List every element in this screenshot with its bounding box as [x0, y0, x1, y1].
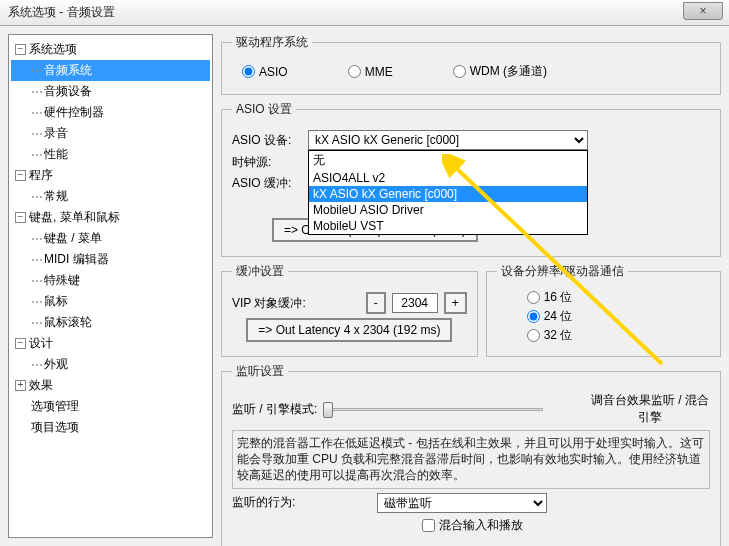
tree-keyboard-menu[interactable]: ⋯键盘 / 菜单 — [11, 228, 210, 249]
mix-input-playback-checkbox[interactable]: 混合输入和播放 — [422, 517, 523, 534]
monitor-behavior-select[interactable]: 磁带监听 — [377, 493, 547, 513]
collapse-icon[interactable]: − — [15, 338, 26, 349]
asio-option-none[interactable]: 无 — [309, 151, 587, 170]
tree-midi-editor[interactable]: ⋯MIDI 编辑器 — [11, 249, 210, 270]
bit-24-radio[interactable]: 24 位 — [527, 307, 710, 326]
close-button[interactable]: × — [683, 2, 723, 20]
bitrate-group: 设备分辨率/驱动器通信 16 位 24 位 32 位 — [486, 263, 721, 357]
bitrate-legend: 设备分辨率/驱动器通信 — [497, 263, 628, 280]
monitor-side-label: 调音台效果监听 / 混合引擎 — [590, 392, 710, 426]
titlebar: 系统选项 - 音频设置 × — [0, 0, 729, 26]
clock-source-label: 时钟源: — [232, 154, 302, 171]
bit-16-radio[interactable]: 16 位 — [527, 288, 710, 307]
monitor-settings-legend: 监听设置 — [232, 363, 288, 380]
asio-option-kx-generic[interactable]: kX ASIO kX Generic [c000] — [309, 186, 587, 202]
monitor-mode-slider[interactable] — [323, 399, 543, 419]
tree-audio-system[interactable]: ⋯音频系统 — [11, 60, 210, 81]
asio-option-mobileu-vst[interactable]: MobileU VST — [309, 218, 587, 234]
tree-general[interactable]: ⋯常规 — [11, 186, 210, 207]
tree-mouse-wheel[interactable]: ⋯鼠标滚轮 — [11, 312, 210, 333]
collapse-icon[interactable]: − — [15, 170, 26, 181]
tree-audio-device[interactable]: ⋯音频设备 — [11, 81, 210, 102]
buffer-summary-button[interactable]: => Out Latency 4 x 2304 (192 ms) — [246, 318, 452, 342]
tree-recording[interactable]: ⋯录音 — [11, 123, 210, 144]
tree-keyboard-menu-mouse[interactable]: −键盘, 菜单和鼠标 — [11, 207, 210, 228]
asio-settings-group: ASIO 设置 ASIO 设备: kX ASIO kX Generic [c00… — [221, 101, 721, 257]
driver-system-group: 驱动程序系统 ASIO MME WDM (多通道) — [221, 34, 721, 95]
monitor-settings-group: 监听设置 监听 / 引擎模式: 调音台效果监听 / 混合引擎 完整的混音器工作在… — [221, 363, 721, 546]
tree-project-options[interactable]: 项目选项 — [11, 417, 210, 438]
driver-mme-radio[interactable]: MME — [348, 65, 393, 79]
window-title: 系统选项 - 音频设置 — [8, 4, 115, 21]
buffer-settings-legend: 缓冲设置 — [232, 263, 288, 280]
tree-performance[interactable]: ⋯性能 — [11, 144, 210, 165]
tree-design[interactable]: −设计 — [11, 333, 210, 354]
asio-option-asio4all[interactable]: ASIO4ALL v2 — [309, 170, 587, 186]
collapse-icon[interactable]: − — [15, 44, 26, 55]
buffer-minus-button[interactable]: - — [366, 292, 386, 314]
collapse-icon[interactable]: − — [15, 212, 26, 223]
tree-effects[interactable]: +效果 — [11, 375, 210, 396]
monitor-mode-label: 监听 / 引擎模式: — [232, 401, 317, 418]
asio-buffer-label: ASIO 缓冲: — [232, 175, 302, 192]
bit-32-radio[interactable]: 32 位 — [527, 326, 710, 345]
tree-special-keys[interactable]: ⋯特殊键 — [11, 270, 210, 291]
asio-settings-legend: ASIO 设置 — [232, 101, 296, 118]
asio-device-dropdown-list[interactable]: 无 ASIO4ALL v2 kX ASIO kX Generic [c000] … — [308, 150, 588, 235]
vip-buffer-label: VIP 对象缓冲: — [232, 295, 306, 312]
buffer-settings-group: 缓冲设置 VIP 对象缓冲: - + => Out Latency 4 x 23… — [221, 263, 478, 357]
expand-icon[interactable]: + — [15, 380, 26, 391]
tree-option-management[interactable]: 选项管理 — [11, 396, 210, 417]
tree-hardware-controller[interactable]: ⋯硬件控制器 — [11, 102, 210, 123]
tree-appearance[interactable]: ⋯外观 — [11, 354, 210, 375]
driver-asio-radio[interactable]: ASIO — [242, 65, 288, 79]
buffer-value-input[interactable] — [392, 293, 438, 313]
close-icon: × — [699, 4, 706, 18]
driver-system-legend: 驱动程序系统 — [232, 34, 312, 51]
monitor-behavior-label: 监听的行为: — [232, 494, 295, 511]
tree-mouse[interactable]: ⋯鼠标 — [11, 291, 210, 312]
monitor-description: 完整的混音器工作在低延迟模式 - 包括在线和主效果，并且可以用于处理实时输入。这… — [232, 430, 710, 489]
options-tree[interactable]: −系统选项 ⋯音频系统 ⋯音频设备 ⋯硬件控制器 ⋯录音 ⋯性能 −程序 ⋯常规… — [8, 34, 213, 538]
asio-option-mobileu-driver[interactable]: MobileU ASIO Driver — [309, 202, 587, 218]
asio-device-select[interactable]: kX ASIO kX Generic [c000] 无 ASIO4ALL v2 … — [308, 130, 588, 150]
tree-program[interactable]: −程序 — [11, 165, 210, 186]
driver-wdm-radio[interactable]: WDM (多通道) — [453, 63, 547, 80]
buffer-plus-button[interactable]: + — [444, 292, 467, 314]
tree-system-options[interactable]: −系统选项 — [11, 39, 210, 60]
asio-device-label: ASIO 设备: — [232, 132, 302, 149]
